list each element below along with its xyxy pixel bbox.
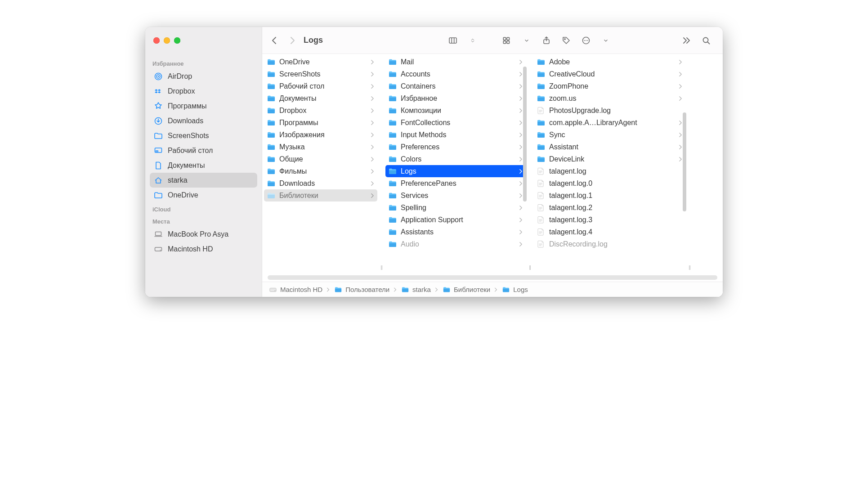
column-browser[interactable]: OneDriveScreenShotsРабочий столДокументы… <box>262 54 723 282</box>
file-row[interactable]: Общие <box>264 153 377 165</box>
file-row[interactable]: Assistants <box>385 226 526 238</box>
forward-button[interactable] <box>285 33 299 48</box>
file-row[interactable]: DeviceLink <box>534 153 685 165</box>
file-row[interactable]: Mail <box>385 56 526 68</box>
file-row[interactable]: Sync <box>534 129 685 141</box>
column-resize-handle[interactable]: || <box>528 54 532 282</box>
arrange-group[interactable] <box>498 33 535 48</box>
close-window-button[interactable] <box>153 37 160 44</box>
sidebar-item[interactable]: ScreenShots <box>150 128 257 143</box>
file-row[interactable]: Application Support <box>385 214 526 226</box>
chevron-right-icon <box>519 108 523 114</box>
folder-icon <box>501 286 510 294</box>
file-row[interactable]: talagent.log <box>534 165 685 177</box>
file-row-label: talagent.log <box>549 167 683 175</box>
actions-menu[interactable] <box>577 33 614 48</box>
path-component[interactable]: starka <box>401 286 431 294</box>
file-row-label: ZoomPhone <box>549 82 675 90</box>
chevron-right-icon <box>678 156 683 162</box>
file-row[interactable]: talagent.log.4 <box>534 226 685 238</box>
chevron-right-icon <box>519 168 523 175</box>
file-row[interactable]: Audio <box>385 238 526 250</box>
file-row[interactable]: Logs <box>385 165 526 177</box>
sidebar-item[interactable]: Программы <box>150 99 257 113</box>
file-row[interactable]: Композиции <box>385 104 526 117</box>
file-row[interactable]: PreferencePanes <box>385 177 526 189</box>
file-row[interactable]: Containers <box>385 80 526 92</box>
sidebar-item-label: ScreenShots <box>168 132 209 140</box>
file-row[interactable]: Музыка <box>264 141 377 153</box>
folder-icon <box>267 143 276 151</box>
column-resize-handle[interactable]: || <box>379 54 384 282</box>
file-row[interactable]: Программы <box>264 117 377 129</box>
sidebar-item[interactable]: MacBook Pro Asya <box>150 227 257 242</box>
file-row[interactable]: Dropbox <box>264 104 377 117</box>
column-resize-handle[interactable]: || <box>687 54 692 282</box>
file-row[interactable]: Библиотеки <box>264 189 377 202</box>
back-button[interactable] <box>268 33 282 48</box>
vertical-scrollbar[interactable] <box>683 112 686 211</box>
sidebar-item[interactable]: starka <box>150 173 257 188</box>
file-row[interactable]: Input Methods <box>385 129 526 141</box>
file-row[interactable]: Spelling <box>385 202 526 214</box>
file-row[interactable]: Рабочий стол <box>264 80 377 92</box>
chevron-right-icon <box>370 180 375 187</box>
browser-column[interactable]: AdobeCreativeCloudZoomPhonezoom.usPhotos… <box>532 54 687 282</box>
zoom-window-button[interactable] <box>174 37 180 44</box>
chevron-right-icon <box>370 168 375 175</box>
sidebar-item-label: Downloads <box>168 117 203 125</box>
sidebar-item[interactable]: AirDrop <box>150 69 257 84</box>
path-component[interactable]: Библиотеки <box>442 286 490 294</box>
path-component[interactable]: Macintosh HD <box>268 286 322 294</box>
folder-icon <box>537 143 546 151</box>
file-row[interactable]: talagent.log.3 <box>534 214 685 226</box>
file-row[interactable]: Изображения <box>264 129 377 141</box>
file-row[interactable]: Избранное <box>385 92 526 104</box>
chevron-right-icon <box>370 193 375 199</box>
folder-icon <box>267 131 276 139</box>
sidebar-item[interactable]: Рабочий стол <box>150 143 257 158</box>
browser-column[interactable]: OneDriveScreenShotsРабочий столДокументы… <box>262 54 379 282</box>
file-row[interactable]: Accounts <box>385 68 526 80</box>
sidebar-item[interactable]: OneDrive <box>150 188 257 202</box>
file-row[interactable]: Downloads <box>264 177 377 189</box>
file-row[interactable]: talagent.log.0 <box>534 177 685 189</box>
vertical-scrollbar[interactable] <box>523 67 527 202</box>
share-button[interactable] <box>538 33 555 48</box>
file-row[interactable]: Adobe <box>534 56 685 68</box>
file-row-label: Accounts <box>401 70 515 78</box>
chevron-right-icon <box>370 95 375 102</box>
file-row[interactable]: CreativeCloud <box>534 68 685 80</box>
browser-column[interactable]: MailAccountsContainersИзбранноеКомпозици… <box>384 54 528 282</box>
search-button[interactable] <box>698 33 715 48</box>
sidebar-item[interactable]: Downloads <box>150 113 257 128</box>
file-row[interactable]: Assistant <box>534 141 685 153</box>
file-row[interactable]: DiscRecording.log <box>534 238 685 250</box>
file-row[interactable]: Colors <box>385 153 526 165</box>
file-row[interactable]: FontCollections <box>385 117 526 129</box>
path-component[interactable]: Пользователи <box>334 286 389 294</box>
sidebar-item[interactable]: Dropbox <box>150 84 257 99</box>
file-row[interactable]: PhotosUpgrade.log <box>534 104 685 117</box>
file-row[interactable]: zoom.us <box>534 92 685 104</box>
file-row[interactable]: talagent.log.2 <box>534 202 685 214</box>
tags-button[interactable] <box>558 33 575 48</box>
file-row[interactable]: Документы <box>264 92 377 104</box>
file-row[interactable]: Preferences <box>385 141 526 153</box>
content-area: OneDriveScreenShotsРабочий столДокументы… <box>262 54 723 297</box>
file-row[interactable]: OneDrive <box>264 56 377 68</box>
file-row[interactable]: talagent.log.1 <box>534 189 685 202</box>
file-row[interactable]: Фильмы <box>264 165 377 177</box>
chevron-right-icon <box>519 71 523 77</box>
file-row[interactable]: Services <box>385 189 526 202</box>
overflow-button[interactable] <box>678 33 695 48</box>
view-mode-group[interactable] <box>444 33 481 48</box>
sidebar-item[interactable]: Macintosh HD <box>150 242 257 256</box>
file-row[interactable]: ZoomPhone <box>534 80 685 92</box>
file-row[interactable]: com.apple.A…LibraryAgent <box>534 117 685 129</box>
file-row[interactable]: ScreenShots <box>264 68 377 80</box>
minimize-window-button[interactable] <box>164 37 170 44</box>
sidebar-item[interactable]: Документы <box>150 158 257 173</box>
file-row-label: PhotosUpgrade.log <box>549 107 683 115</box>
path-component[interactable]: Logs <box>501 286 528 294</box>
